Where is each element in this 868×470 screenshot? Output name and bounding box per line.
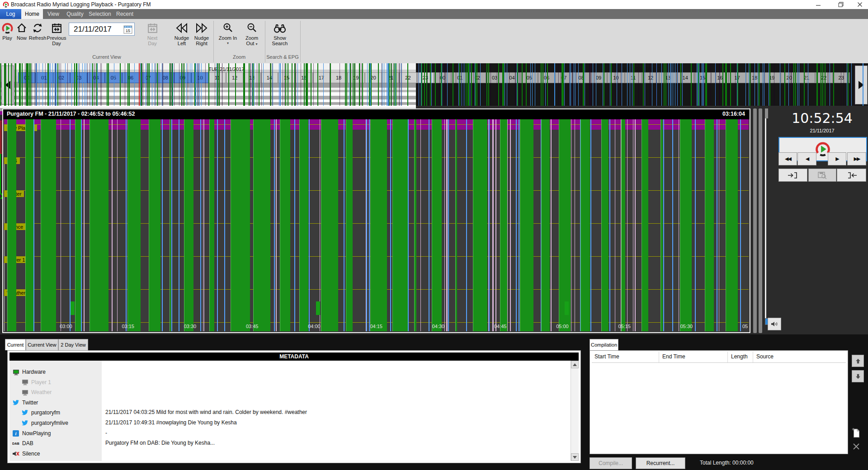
scroll-down-button[interactable] xyxy=(571,453,579,461)
delete-compilation-item-button[interactable] xyxy=(853,443,860,450)
compile-button[interactable]: Compile... xyxy=(590,457,632,469)
save-selection-button[interactable] xyxy=(808,169,836,182)
date-input[interactable]: 21/11/2017 15 xyxy=(69,23,135,36)
player1-block xyxy=(705,142,714,158)
date-picker-icon[interactable]: 15 xyxy=(123,25,132,34)
tree-item-twitter[interactable]: Twitter xyxy=(9,398,102,408)
show-search-button[interactable]: Show Search xyxy=(267,21,293,46)
date-value[interactable]: 21/11/2017 xyxy=(69,25,123,34)
hour-cell-tue-17[interactable]: 17 xyxy=(313,72,330,83)
tree-item-weather[interactable]: Weather xyxy=(9,387,102,397)
next-day-label: Next xyxy=(147,35,158,41)
compilation-list[interactable]: Start TimeEnd TimeLengthSource xyxy=(590,350,848,454)
ribbon-tab-selection[interactable]: Selection xyxy=(86,9,113,19)
dab-gap xyxy=(510,119,511,130)
twitter-tick xyxy=(609,130,610,142)
step-forward-button[interactable]: ▶ xyxy=(828,152,846,165)
twitter-tick xyxy=(294,130,295,142)
log-view-scrollbar-2[interactable] xyxy=(759,108,762,333)
mute-button[interactable] xyxy=(768,318,781,330)
ribbon-tab-view[interactable]: View xyxy=(43,9,64,19)
source-tree[interactable]: HardwarePlayer 1WeatherTwitterpurgatoryf… xyxy=(9,361,102,461)
two-day-timeline[interactable]: TUE 21/11/2017WED 22/11/2017000102030405… xyxy=(0,63,868,106)
mark-in-button[interactable] xyxy=(778,169,807,182)
hour-cell-wed-21[interactable]: 21 xyxy=(798,72,815,83)
tree-item-purgatoryfmlive[interactable]: purgatoryfmlive xyxy=(9,418,102,428)
twitter-tick xyxy=(33,130,34,142)
tree-item-nowplaying[interactable]: iNowPlaying xyxy=(9,428,102,438)
twitter-tick xyxy=(429,130,429,142)
player1-block xyxy=(432,142,442,158)
dab-gap xyxy=(420,119,421,130)
step-back-icon: ◀ xyxy=(806,156,808,162)
column-header-start-time[interactable]: Start Time xyxy=(594,353,619,360)
timeline-playhead[interactable] xyxy=(0,154,1,193)
tree-item-purgatoryfm[interactable]: purgatoryfm xyxy=(9,408,102,418)
twitter-tick xyxy=(590,130,591,142)
time-axis-label: 05:30 xyxy=(680,324,693,329)
hour-cell-wed-05[interactable]: 05 xyxy=(521,72,538,83)
now-button[interactable]: Now xyxy=(14,21,29,41)
minimize-button[interactable] xyxy=(809,0,827,9)
next-day-button[interactable]: Next Day xyxy=(143,21,162,46)
timeline-scroll-right-button[interactable] xyxy=(855,66,868,104)
twitter-tick xyxy=(179,130,179,142)
nudge-left-icon xyxy=(175,21,188,35)
recurrent-button[interactable]: Recurrent... xyxy=(636,457,685,469)
hour-cell-wed-19[interactable]: 19 xyxy=(763,72,780,83)
move-down-button[interactable] xyxy=(852,370,864,382)
ribbon-tab-recent[interactable]: Recent xyxy=(113,9,136,19)
step-back-button[interactable]: ◀ xyxy=(797,152,816,165)
hour-cell-wed-00[interactable]: 00 xyxy=(434,72,451,83)
nudge-right-button[interactable]: Nudge Right xyxy=(192,21,212,46)
zoom-out-dropdown-arrow[interactable]: ▾ xyxy=(255,42,257,46)
nudge-right-label: Nudge xyxy=(194,35,209,41)
volume-slider[interactable] xyxy=(765,108,780,333)
twitter-tick xyxy=(344,130,344,142)
player1-block xyxy=(680,142,692,158)
ribbon-tab-quality[interactable]: Quality xyxy=(64,9,86,19)
scroll-up-button[interactable] xyxy=(571,361,579,368)
play-button[interactable]: Play xyxy=(0,21,14,41)
log-view[interactable]: Purgatory FM - 21/11/2017 - 02:46:52 to … xyxy=(2,108,750,333)
player1-block xyxy=(370,142,387,158)
zoom-in-dropdown-arrow[interactable]: ▾ xyxy=(227,41,229,46)
new-compilation-button[interactable] xyxy=(852,428,861,438)
ribbon-tab-log[interactable]: Log xyxy=(0,9,22,19)
tree-item-hardware[interactable]: Hardware xyxy=(9,367,102,377)
log-view-scrollbar[interactable] xyxy=(753,108,757,333)
zoom-out-button[interactable]: Zoom Out ▾ xyxy=(241,21,263,47)
metadata-box: METADATA HardwarePlayer 1WeatherTwitterp… xyxy=(7,350,581,463)
weather-block xyxy=(316,301,320,315)
tab-current[interactable]: Current xyxy=(5,339,26,350)
nudge-left-button[interactable]: Nudge Left xyxy=(172,21,192,46)
ribbon-tab-home[interactable]: Home xyxy=(21,9,43,19)
tab-compilation[interactable]: Compilation xyxy=(590,339,618,350)
tab-current-view[interactable]: Current View xyxy=(26,339,58,350)
refresh-button[interactable]: Refresh xyxy=(29,21,46,41)
mark-out-button[interactable] xyxy=(837,169,866,182)
twitter-icon xyxy=(21,409,28,416)
close-button[interactable] xyxy=(852,0,868,9)
speaker-icon xyxy=(770,320,778,328)
tree-item-player-1[interactable]: Player 1 xyxy=(9,377,102,387)
zoom-in-button[interactable]: Zoom In ▾ xyxy=(215,21,241,46)
metadata-header: METADATA xyxy=(9,352,579,361)
restore-button[interactable] xyxy=(832,0,850,9)
log-tracks-plot[interactable]: Now PlayingDABTwitterSilencePlayer 1Weat… xyxy=(4,119,749,331)
tree-item-dab[interactable]: DABDAB xyxy=(9,438,102,448)
fast-forward-icon: ▶▶ xyxy=(854,156,860,162)
twitter-tick xyxy=(217,130,218,142)
tab-2-day-view[interactable]: 2 Day View xyxy=(58,339,88,350)
previous-day-button[interactable]: Previous Day xyxy=(46,21,67,46)
column-header-end-time[interactable]: End Time xyxy=(662,353,685,360)
tree-item-silence[interactable]: Silence xyxy=(9,449,102,459)
column-header-length[interactable]: Length xyxy=(731,353,748,360)
dab-gap xyxy=(84,119,85,130)
rewind-icon: ◀◀ xyxy=(785,156,791,162)
rewind-button[interactable]: ◀◀ xyxy=(778,152,797,165)
fast-forward-button[interactable]: ▶▶ xyxy=(847,152,866,165)
column-header-source[interactable]: Source xyxy=(756,353,774,360)
metadata-scrollbar[interactable] xyxy=(571,361,579,461)
move-up-button[interactable] xyxy=(852,355,864,367)
